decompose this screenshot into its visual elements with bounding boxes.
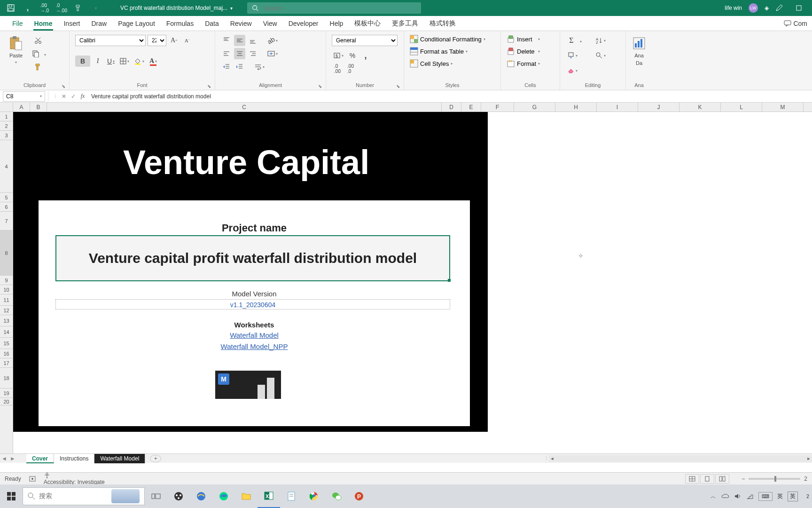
document-title[interactable]: VC profit waterfall distribution Model_m… [120,5,242,11]
search-box[interactable] [247,2,421,14]
search-input[interactable] [263,5,416,12]
name-box[interactable]: C8 ▾ [3,91,45,102]
row-header[interactable]: 16 [0,349,13,358]
font-size-select[interactable]: 22 [148,35,166,46]
accessibility-status[interactable]: Accessibility: Investigate [44,472,105,485]
underline-button[interactable]: U [105,56,117,67]
align-bottom-button[interactable] [247,35,258,46]
spreadsheet-grid[interactable]: ABCDEFGHIJKLM 12345678910111213141516171… [0,103,812,453]
tab-draw[interactable]: Draw [86,16,112,31]
tray-network-icon[interactable] [746,493,754,500]
tab-file[interactable]: File [7,16,29,31]
page-layout-view-button[interactable] [700,474,714,484]
align-center-button[interactable] [234,48,245,59]
zoom-control[interactable]: − 2 [742,476,807,482]
sheet-nav-prev[interactable]: ◄ [0,455,8,462]
column-header[interactable]: C [47,103,442,111]
increase-indent-button[interactable] [234,61,245,72]
sheet-tab-waterfall[interactable]: Waterfall Model [94,454,145,463]
macro-record-icon[interactable] [29,475,36,483]
format-painter-button[interactable] [30,61,46,72]
worksheet-link-2[interactable]: Waterfall Model_NPP [39,342,470,350]
tab-insert[interactable]: Insert [58,16,86,31]
sheet-nav-next[interactable]: ► [8,455,17,462]
tab-page-layout[interactable]: Page Layout [112,16,161,31]
scroll-right-button[interactable]: ► [805,456,812,461]
taskbar-edge[interactable] [212,484,235,508]
taskbar-notepad[interactable] [280,484,303,508]
column-header[interactable]: G [514,103,555,111]
row-header[interactable]: 7 [0,212,13,230]
tab-formulas[interactable]: Formulas [161,16,199,31]
user-avatar[interactable]: LW [749,3,758,13]
number-format-select[interactable]: General [332,35,398,46]
cells-area[interactable]: Venture Capital Project name Venture cap… [13,112,812,453]
find-select-button[interactable] [594,50,607,61]
tray-ime-lang[interactable]: 英 [777,492,783,500]
row-header[interactable]: 12 [0,306,13,315]
formula-input[interactable]: Venture capital profit waterfall distrib… [87,93,812,100]
zoom-slider[interactable] [749,478,800,480]
row-header[interactable]: 1 [0,112,13,121]
taskbar-powerpoint[interactable]: P [348,484,370,508]
new-sheet-button[interactable]: + [150,455,161,462]
comma-icon[interactable]: , [23,4,32,12]
taskbar-search[interactable]: 搜索 [23,487,145,505]
row-header[interactable]: 15 [0,338,13,349]
column-header[interactable]: D [442,103,461,111]
column-header[interactable]: K [679,103,721,111]
row-header[interactable]: 18 [0,368,13,389]
taskbar-chrome[interactable] [303,484,325,508]
select-all-corner[interactable] [0,103,13,111]
tab-help[interactable]: Help [324,16,349,31]
pen-icon[interactable] [775,4,783,12]
paste-button[interactable]: Paste ▾ [4,33,28,64]
row-header[interactable]: 10 [0,285,13,294]
alignment-launcher[interactable]: ⬊ [318,84,322,89]
decrease-decimal-button[interactable]: .00.0 [345,63,356,74]
align-right-button[interactable] [247,48,258,59]
format-cells-button[interactable]: Format▾ [507,59,540,68]
accept-formula-button[interactable]: ✓ [69,93,78,100]
border-button[interactable] [118,56,131,67]
taskbar-app-1[interactable] [167,484,190,508]
delete-cells-button[interactable]: Delete ▾ [507,47,540,56]
tray-clock[interactable]: 2 [803,493,809,500]
row-header[interactable]: 11 [0,294,13,306]
column-header[interactable]: B [30,103,47,111]
decrease-font-button[interactable]: Aˇ [181,35,193,46]
italic-button[interactable]: I [92,56,103,67]
format-painter-icon[interactable] [74,4,83,12]
column-header[interactable]: I [597,103,638,111]
row-header[interactable]: 5 [0,193,13,202]
accounting-format-button[interactable]: $ [332,50,345,61]
clipboard-launcher[interactable]: ⬊ [62,84,65,89]
taskbar-excel[interactable]: X [258,484,280,508]
scroll-left-button[interactable]: ◄ [549,456,555,461]
align-top-button[interactable] [221,35,232,46]
column-header[interactable]: L [721,103,762,111]
wrap-text-button[interactable] [253,61,266,72]
autosum-button[interactable]: Σ [566,35,577,46]
sort-filter-button[interactable]: AZ [594,35,607,46]
tab-view[interactable]: View [258,16,283,31]
fill-color-button[interactable] [133,56,146,67]
tab-home[interactable]: Home [29,16,58,31]
start-button[interactable] [0,484,23,508]
taskbar-explorer[interactable] [235,484,258,508]
font-color-button[interactable]: A [148,56,159,67]
copy-button[interactable] [30,48,41,59]
tab-developer[interactable]: Developer [283,16,324,31]
percent-button[interactable]: % [347,50,358,61]
font-name-select[interactable]: Calibri [75,35,146,46]
bold-button[interactable]: B [75,56,90,67]
sheet-tab-instructions[interactable]: Instructions [54,454,94,463]
row-header[interactable]: 6 [0,202,13,212]
column-header[interactable]: H [555,103,597,111]
project-name-cell[interactable]: Venture capital profit waterfall distrib… [55,235,450,281]
insert-function-button[interactable]: fx [78,93,87,100]
worksheet-link-1[interactable]: Waterfall Model [39,331,470,339]
format-as-table-button[interactable]: Format as Table▾ [410,47,485,56]
row-header[interactable]: 19 [0,389,13,398]
font-launcher[interactable]: ⬊ [207,84,211,89]
